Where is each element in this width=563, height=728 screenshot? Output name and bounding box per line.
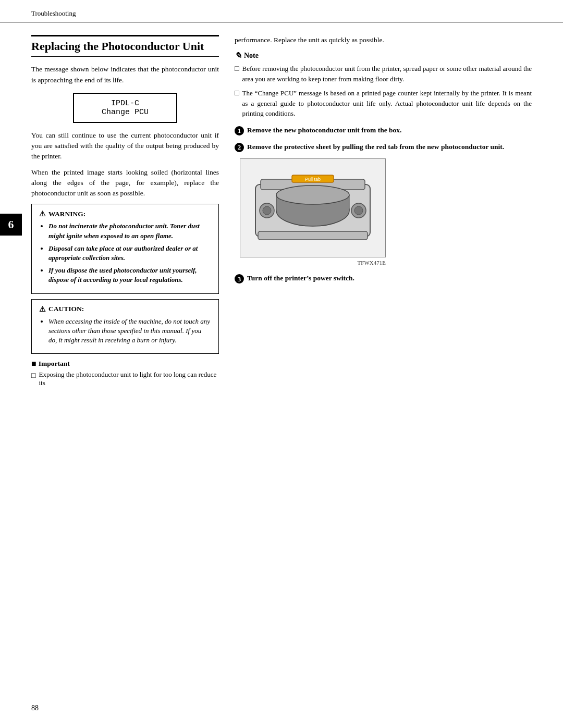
intro-para-3: When the printed image starts looking so… — [31, 167, 219, 199]
breadcrumb: Troubleshooting — [31, 9, 76, 17]
step-3: 3 Turn off the printer’s power switch. — [235, 273, 532, 283]
content-area: Replacing the Photoconductor Unit The me… — [0, 22, 563, 393]
note-item-1: □ Before removing the photoconductor uni… — [235, 64, 532, 84]
checkbox-icon: □ — [31, 372, 35, 380]
svg-point-12 — [354, 206, 363, 215]
note-icon: ✎ — [235, 51, 241, 60]
note-item-2: □ The “Change PCU” message is based on a… — [235, 88, 532, 119]
image-caption: TFWX471E — [240, 260, 386, 266]
section-title: Replacing the Photoconductor Unit — [31, 35, 219, 57]
warning-item-2: Disposal can take place at our authorize… — [48, 244, 211, 263]
page-header: Troubleshooting — [0, 0, 563, 22]
intro-para-1: The message shown below indicates that t… — [31, 64, 219, 85]
caution-title: ⚠ CAUTION: — [39, 305, 211, 314]
printer-svg: Pull tab — [245, 164, 381, 252]
caution-item-1: When accessing the inside of the machine… — [48, 317, 211, 346]
important-section: ■ Important □ Exposing the photoconducto… — [31, 359, 219, 387]
caution-box: ⚠ CAUTION: When accessing the inside of … — [31, 299, 219, 354]
step-1-number: 1 — [235, 126, 244, 135]
printer-image: Pull tab — [240, 158, 386, 257]
caution-icon: ⚠ — [39, 305, 46, 314]
note-title: ✎ Note — [235, 51, 532, 60]
page-footer: 88 — [31, 704, 39, 712]
step-3-text: Turn off the printer’s power switch. — [247, 273, 354, 283]
svg-point-10 — [263, 206, 271, 215]
important-item-1: □ Exposing the photoconductor unit to li… — [31, 371, 219, 387]
step-1: 1 Remove the new photoconductor unit fro… — [235, 125, 532, 135]
page-container: Troubleshooting 6 Replacing the Photocon… — [0, 0, 563, 728]
svg-rect-13 — [258, 231, 368, 240]
caution-list: When accessing the inside of the machine… — [39, 317, 211, 346]
right-column: performance. Replace the unit as quickly… — [235, 22, 532, 393]
step-3-number: 3 — [235, 274, 244, 283]
step-1-text: Remove the new photoconductor unit from … — [247, 125, 402, 135]
important-icon: ■ — [31, 359, 36, 368]
step-2-text: Remove the protective sheet by pulling t… — [247, 142, 504, 152]
left-column: Replacing the Photoconductor Unit The me… — [31, 22, 219, 393]
lcd-line1: IPDL-C — [84, 99, 166, 108]
chapter-badge: 6 — [0, 214, 22, 236]
right-para-1: performance. Replace the unit as quickly… — [235, 35, 532, 45]
checkbox-note-1: □ — [235, 65, 239, 73]
lcd-display: IPDL-C Change PCU — [73, 93, 177, 123]
note-section: ✎ Note □ Before removing the photoconduc… — [235, 51, 532, 119]
step-2: 2 Remove the protective sheet by pulling… — [235, 142, 532, 152]
warning-item-3: If you dispose the used photoconductor u… — [48, 266, 211, 285]
svg-point-4 — [276, 186, 349, 204]
lcd-line2: Change PCU — [84, 108, 166, 117]
page-number: 88 — [31, 704, 39, 712]
step-2-number: 2 — [235, 143, 244, 152]
checkbox-note-2: □ — [235, 89, 239, 97]
warning-item-1: Do not incinerate the photoconductor uni… — [48, 221, 211, 240]
svg-text:Pull tab: Pull tab — [305, 177, 321, 182]
warning-list: Do not incinerate the photoconductor uni… — [39, 221, 211, 285]
warning-box: ⚠ WARNING: Do not incinerate the photoco… — [31, 204, 219, 293]
important-title: ■ Important — [31, 359, 219, 368]
intro-para-2: You can still continue to use the curren… — [31, 130, 219, 162]
warning-title: ⚠ WARNING: — [39, 209, 211, 218]
warning-icon: ⚠ — [39, 209, 46, 218]
